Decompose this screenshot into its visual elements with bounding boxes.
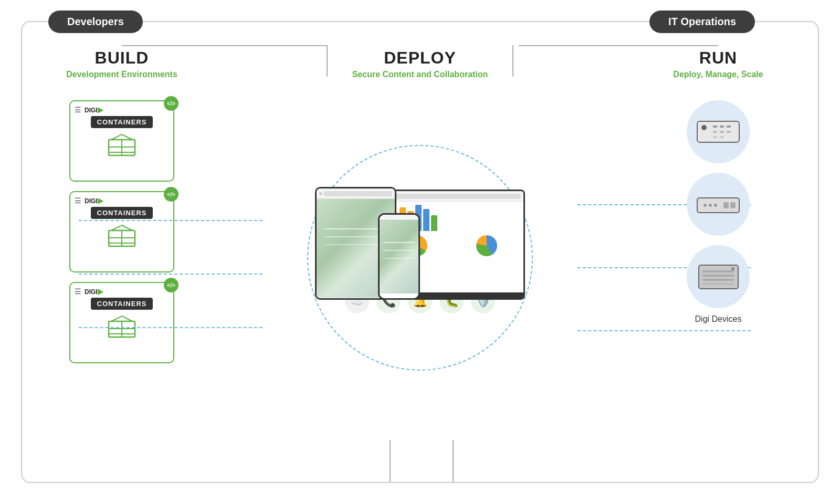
code-badge-3: </>: [164, 278, 178, 292]
col-deploy: DEPLOY Secure Content and Collaboration: [222, 22, 618, 482]
bar-7: [431, 215, 437, 231]
svg-rect-30: [730, 202, 736, 208]
phone-header: [380, 215, 418, 220]
mon-url: [392, 194, 521, 199]
svg-rect-18: [720, 125, 724, 128]
svg-rect-20: [713, 131, 717, 133]
code-badge-2: </>: [164, 187, 178, 202]
svg-rect-15: [697, 121, 739, 142]
digi-logo-1: DIGI▶: [85, 106, 103, 114]
pie-2: [476, 235, 497, 256]
menu-icon-2: ☰: [75, 196, 81, 205]
svg-point-36: [731, 267, 734, 270]
box-icon-1: [106, 133, 138, 162]
menu-icon-3: ☰: [75, 287, 81, 296]
deploy-circle-area: Digi Remote Manager ☁️ 📞 🔔 🐛 🛡️: [289, 100, 551, 415]
tab-dot-1: [319, 192, 322, 195]
col-build: Developers BUILD Development Environment…: [22, 22, 222, 482]
device-circles: [687, 100, 750, 308]
card-header-3: ☰ DIGI▶: [75, 287, 169, 296]
devices-mockup: [315, 132, 525, 300]
col-run: IT Operations RUN Deploy, Manage, Scale: [618, 22, 818, 482]
phone-screen: [380, 220, 418, 293]
phone: [378, 213, 420, 300]
menu-icon-1: ☰: [75, 106, 81, 114]
bar-6: [423, 209, 429, 231]
containers-label-3: CONTAINERS: [91, 298, 153, 310]
svg-point-16: [701, 125, 707, 130]
container-card-2: </> ☰ DIGI▶ CONTAINERS: [69, 191, 174, 272]
digi-devices-label: Digi Devices: [695, 314, 742, 324]
svg-rect-17: [713, 125, 717, 128]
svg-marker-14: [111, 316, 132, 321]
svg-point-26: [704, 204, 707, 207]
container-card-3: </> ☰ DIGI▶ CONTAINERS: [69, 282, 174, 363]
svg-point-27: [709, 204, 712, 207]
code-badge-1: </>: [164, 96, 178, 111]
container-card-1: </> ☰ DIGI▶ CONTAINERS: [69, 100, 174, 182]
tab-url: [324, 191, 392, 196]
run-subtitle: Deploy, Manage, Scale: [673, 70, 763, 79]
monitor-stand: [441, 297, 462, 300]
build-title: BUILD: [95, 48, 149, 68]
svg-rect-33: [702, 275, 734, 277]
svg-rect-34: [702, 279, 734, 281]
container-cards: </> ☰ DIGI▶ CONTAINERS: [69, 100, 174, 363]
dot-line-top: [79, 220, 262, 221]
device-circle-3: [687, 245, 750, 308]
tablet-header: [317, 188, 395, 199]
containers-label-2: CONTAINERS: [91, 207, 153, 219]
card-header-2: ☰ DIGI▶: [75, 196, 169, 205]
svg-rect-35: [702, 283, 734, 285]
deploy-subtitle: Secure Content and Collaboration: [352, 70, 488, 79]
monitor-header: [380, 191, 523, 202]
svg-rect-22: [727, 131, 731, 133]
svg-rect-24: [720, 136, 724, 138]
run-title: RUN: [699, 48, 737, 68]
svg-marker-4: [111, 134, 132, 140]
digi-logo-2: DIGI▶: [85, 196, 103, 205]
box-icon-3: [106, 315, 138, 343]
badge-developers: Developers: [48, 10, 143, 33]
device-circle-2: [687, 173, 750, 236]
phone-map: [380, 220, 418, 293]
monitor-dot: [449, 299, 454, 300]
device-box-svg: [696, 260, 741, 294]
svg-rect-32: [702, 270, 734, 272]
svg-point-28: [714, 204, 717, 207]
diagram-wrapper: Developers BUILD Development Environment…: [21, 21, 819, 483]
device-circle-1: [687, 100, 750, 163]
containers-label-1: CONTAINERS: [91, 116, 153, 128]
digi-logo-3: DIGI▶: [85, 287, 103, 296]
badge-it: IT Operations: [649, 10, 755, 33]
device-router-svg: [695, 116, 742, 148]
deploy-title: DEPLOY: [384, 48, 456, 68]
card-header-1: ☰ DIGI▶: [75, 106, 169, 114]
svg-rect-21: [720, 131, 724, 133]
svg-rect-19: [727, 125, 731, 128]
build-subtitle: Development Environments: [66, 70, 177, 79]
svg-marker-9: [111, 225, 132, 230]
dot-line-mid: [79, 274, 262, 275]
svg-rect-29: [723, 202, 729, 208]
box-icon-2: [106, 224, 138, 253]
svg-rect-23: [713, 136, 717, 138]
dot-line-bot: [79, 327, 262, 328]
device-modem-svg: [695, 190, 742, 219]
